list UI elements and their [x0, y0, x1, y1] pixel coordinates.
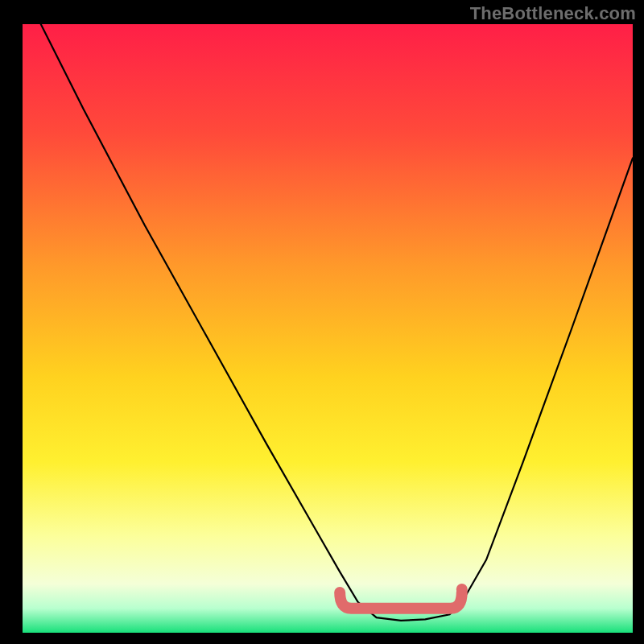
gradient-background [23, 24, 633, 633]
bottleneck-chart [23, 24, 633, 633]
flat-end-dot [456, 584, 468, 595]
watermark-text: TheBottleneck.com [470, 3, 636, 24]
chart-frame: TheBottleneck.com [0, 0, 644, 644]
plot-area [23, 24, 633, 633]
